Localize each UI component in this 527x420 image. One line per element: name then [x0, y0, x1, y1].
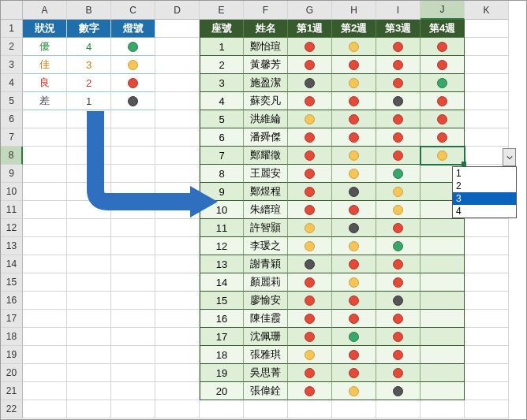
- right-week-cell[interactable]: [376, 382, 420, 400]
- empty-cell[interactable]: [23, 273, 67, 292]
- row-header[interactable]: 5: [1, 92, 23, 110]
- empty-cell[interactable]: [155, 38, 200, 56]
- empty-cell[interactable]: [67, 292, 111, 310]
- empty-cell[interactable]: [155, 147, 200, 165]
- row-header[interactable]: 4: [1, 74, 23, 92]
- col-header[interactable]: J: [420, 1, 465, 20]
- right-week-cell[interactable]: [420, 364, 465, 382]
- right-week-cell[interactable]: [420, 147, 465, 165]
- right-week-cell[interactable]: [288, 292, 332, 310]
- empty-cell[interactable]: [465, 400, 509, 418]
- right-week-cell[interactable]: [420, 110, 465, 128]
- right-week-cell[interactable]: [420, 74, 465, 92]
- right-week-cell[interactable]: [288, 219, 332, 237]
- empty-cell[interactable]: [465, 328, 509, 346]
- right-week-cell[interactable]: [288, 165, 332, 183]
- empty-cell[interactable]: [67, 273, 111, 292]
- row-header[interactable]: 12: [1, 219, 23, 237]
- empty-cell[interactable]: [465, 346, 509, 364]
- empty-cell[interactable]: [155, 128, 200, 147]
- empty-cell[interactable]: [111, 292, 155, 310]
- right-week-cell[interactable]: [332, 255, 376, 273]
- empty-cell[interactable]: [376, 400, 420, 418]
- col-header[interactable]: B: [67, 1, 111, 20]
- right-week-cell[interactable]: [332, 165, 376, 183]
- empty-cell[interactable]: [111, 219, 155, 237]
- right-week-cell[interactable]: [420, 328, 465, 346]
- dropdown-item[interactable]: 1: [453, 167, 516, 180]
- right-week-cell[interactable]: [288, 74, 332, 92]
- empty-cell[interactable]: [111, 165, 155, 183]
- row-header[interactable]: 20: [1, 364, 23, 382]
- right-week-cell[interactable]: [332, 128, 376, 147]
- right-week-cell[interactable]: [288, 56, 332, 74]
- right-week-cell[interactable]: [288, 237, 332, 255]
- row-header[interactable]: 7: [1, 128, 23, 147]
- right-week-cell[interactable]: [288, 255, 332, 273]
- col-header[interactable]: K: [465, 1, 509, 20]
- empty-cell[interactable]: [155, 20, 200, 38]
- empty-cell[interactable]: [67, 400, 111, 418]
- empty-cell[interactable]: [111, 273, 155, 292]
- empty-cell[interactable]: [111, 364, 155, 382]
- right-week-cell[interactable]: [332, 310, 376, 328]
- row-header[interactable]: 17: [1, 310, 23, 328]
- empty-cell[interactable]: [67, 346, 111, 364]
- empty-cell[interactable]: [23, 382, 67, 400]
- empty-cell[interactable]: [67, 364, 111, 382]
- empty-cell[interactable]: [465, 255, 509, 273]
- empty-cell[interactable]: [465, 310, 509, 328]
- right-week-cell[interactable]: [332, 110, 376, 128]
- empty-cell[interactable]: [23, 147, 67, 165]
- empty-cell[interactable]: [67, 255, 111, 273]
- right-week-cell[interactable]: [376, 237, 420, 255]
- right-week-cell[interactable]: [332, 273, 376, 292]
- right-week-cell[interactable]: [376, 56, 420, 74]
- empty-cell[interactable]: [465, 92, 509, 110]
- col-header[interactable]: A: [23, 1, 67, 20]
- row-header[interactable]: 3: [1, 56, 23, 74]
- right-week-cell[interactable]: [376, 110, 420, 128]
- empty-cell[interactable]: [67, 328, 111, 346]
- corner-cell[interactable]: [1, 1, 23, 20]
- row-header[interactable]: 9: [1, 165, 23, 183]
- right-week-cell[interactable]: [288, 273, 332, 292]
- empty-cell[interactable]: [155, 382, 200, 400]
- empty-cell[interactable]: [67, 310, 111, 328]
- empty-cell[interactable]: [155, 364, 200, 382]
- right-week-cell[interactable]: [332, 201, 376, 219]
- empty-cell[interactable]: [465, 20, 509, 38]
- right-week-cell[interactable]: [420, 128, 465, 147]
- right-week-cell[interactable]: [420, 273, 465, 292]
- empty-cell[interactable]: [111, 110, 155, 128]
- empty-cell[interactable]: [155, 292, 200, 310]
- right-week-cell[interactable]: [376, 165, 420, 183]
- col-header[interactable]: G: [288, 1, 332, 20]
- empty-cell[interactable]: [465, 364, 509, 382]
- empty-cell[interactable]: [23, 165, 67, 183]
- right-week-cell[interactable]: [332, 219, 376, 237]
- right-week-cell[interactable]: [376, 255, 420, 273]
- right-week-cell[interactable]: [376, 364, 420, 382]
- row-header[interactable]: 14: [1, 255, 23, 273]
- right-week-cell[interactable]: [288, 364, 332, 382]
- empty-cell[interactable]: [155, 165, 200, 183]
- row-header[interactable]: 1: [1, 20, 23, 38]
- right-week-cell[interactable]: [288, 38, 332, 56]
- empty-cell[interactable]: [155, 56, 200, 74]
- empty-cell[interactable]: [67, 219, 111, 237]
- right-week-cell[interactable]: [288, 346, 332, 364]
- dropdown-item[interactable]: 3: [453, 192, 516, 205]
- empty-cell[interactable]: [465, 292, 509, 310]
- right-week-cell[interactable]: [376, 128, 420, 147]
- right-week-cell[interactable]: [332, 147, 376, 165]
- empty-cell[interactable]: [465, 237, 509, 255]
- right-week-cell[interactable]: [288, 183, 332, 201]
- empty-cell[interactable]: [111, 255, 155, 273]
- dropdown-item[interactable]: 4: [453, 205, 516, 217]
- empty-cell[interactable]: [465, 38, 509, 56]
- empty-cell[interactable]: [23, 346, 67, 364]
- empty-cell[interactable]: [200, 400, 244, 418]
- empty-cell[interactable]: [67, 147, 111, 165]
- col-header[interactable]: C: [111, 1, 155, 20]
